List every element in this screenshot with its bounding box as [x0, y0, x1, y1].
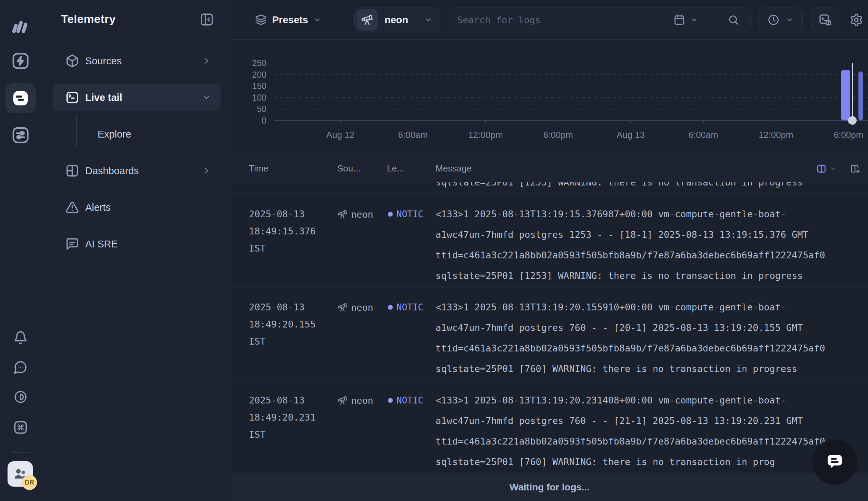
log-row[interactable]: 2025-08-1318:49:15.376IST neon NOTIC <13…: [231, 193, 868, 286]
pipelines-sliders-icon[interactable]: [11, 126, 30, 145]
notifications-bell-icon[interactable]: [13, 331, 28, 345]
log-row[interactable]: 2025-08-1318:49:20.155IST neon NOTIC <13…: [231, 286, 868, 380]
cube-icon: [65, 54, 79, 68]
log-search-bar: [448, 8, 751, 32]
svg-text:6:00pm: 6:00pm: [543, 130, 573, 140]
sidebar-item-label: Dashboards: [85, 165, 202, 177]
log-time: 2025-08-1318:49:20.155IST: [249, 299, 335, 350]
alert-triangle-icon: [65, 201, 79, 214]
log-table-header: Time Sou... Le... Message: [231, 154, 868, 182]
sidebar-item-label: AI SRE: [85, 238, 211, 250]
chevron-down-icon: [691, 16, 698, 24]
svg-text:50: 50: [257, 104, 266, 114]
column-header-message[interactable]: Message: [435, 154, 472, 183]
sidebar-item-label: Live tail: [85, 92, 202, 103]
svg-text:6:00am: 6:00am: [398, 130, 428, 140]
icon-rail: DR: [0, 0, 41, 501]
chevron-down-icon: [786, 16, 793, 24]
quick-actions-zap-icon[interactable]: [11, 51, 30, 71]
date-range-picker[interactable]: [655, 8, 716, 32]
log-level-label: NOTIC: [396, 395, 423, 406]
column-layout-dropdown[interactable]: [816, 163, 836, 174]
live-tail-terminal-button[interactable]: [811, 8, 839, 32]
theme-contrast-icon[interactable]: [13, 390, 28, 404]
logs-volume-chart-wrap: 050100150200250Aug 126:00am12:00pm6:00pm…: [231, 40, 868, 154]
sidebar-item-sources[interactable]: Sources: [53, 47, 221, 75]
svg-text:Aug 13: Aug 13: [617, 130, 645, 140]
chat-launcher-button[interactable]: [812, 439, 857, 484]
sidebar-item-alerts[interactable]: Alerts: [53, 194, 221, 221]
sidebar-item-explore[interactable]: Explore: [53, 120, 221, 148]
svg-text:6:00pm: 6:00pm: [834, 130, 864, 140]
log-message: sqlstate=25P01 [1253] WARNING: there is …: [435, 182, 803, 192]
message-lines-icon: [65, 237, 79, 251]
telescope-icon: [337, 395, 348, 406]
feedback-chat-icon[interactable]: [13, 360, 28, 374]
telescope-icon: [337, 209, 348, 219]
dashboard-grid-icon: [65, 164, 79, 178]
log-message: <133>1 2025-08-13T13:19:20.231408+00:00 …: [435, 390, 868, 472]
log-level-label: NOTIC: [396, 302, 423, 312]
layers-icon: [255, 14, 267, 26]
svg-text:150: 150: [252, 81, 266, 91]
shortcuts-command-icon[interactable]: [13, 420, 28, 435]
time-range-dropdown[interactable]: [758, 8, 803, 32]
user-avatar[interactable]: DR: [8, 461, 33, 487]
sidebar-collapse-icon[interactable]: [200, 12, 214, 27]
presets-dropdown[interactable]: Presets: [255, 0, 321, 40]
table-tools: [816, 154, 860, 183]
source-filter-dropdown[interactable]: neon: [354, 8, 439, 32]
svg-text:Aug 12: Aug 12: [326, 130, 354, 140]
search-submit[interactable]: [716, 8, 750, 32]
level-dot-icon: [388, 398, 393, 403]
log-message: <133>1 2025-08-13T13:19:15.376987+00:00 …: [435, 204, 868, 286]
source-filter-value: neon: [384, 14, 417, 26]
sidebar-item-label: Sources: [85, 55, 202, 67]
waiting-for-logs-status: Waiting for logs...: [509, 482, 590, 493]
level-dot-icon: [388, 305, 393, 310]
log-source: neon: [337, 297, 373, 318]
chevron-down-icon: [314, 16, 321, 24]
settings-gear-icon[interactable]: [849, 13, 863, 27]
log-row-partial[interactable]: sqlstate=25P01 [1253] WARNING: there is …: [231, 182, 868, 193]
search-input[interactable]: [449, 8, 655, 32]
svg-text:250: 250: [252, 58, 266, 68]
chevron-down-icon: [424, 16, 433, 24]
log-row[interactable]: 2025-08-1318:49:20.231IST neon NOTIC <13…: [231, 380, 868, 472]
log-source: neon: [337, 390, 373, 411]
log-level: NOTIC: [388, 204, 423, 224]
sidebar-item-ai-sre[interactable]: AI SRE: [53, 230, 221, 258]
log-time: 2025-08-1318:49:15.376IST: [249, 206, 335, 257]
svg-text:0: 0: [262, 116, 266, 125]
add-column-icon: [849, 163, 860, 174]
status-bar: Waiting for logs...: [231, 473, 868, 501]
log-rows: sqlstate=25P01 [1253] WARNING: there is …: [231, 182, 868, 473]
sidebar-item-dashboards[interactable]: Dashboards: [53, 157, 221, 184]
svg-text:200: 200: [252, 70, 266, 79]
sidebar-item-label: Alerts: [85, 202, 211, 213]
sidebar-item-label: Explore: [98, 129, 131, 140]
log-level: NOTIC: [388, 390, 423, 411]
chat-bubble-icon: [824, 451, 845, 472]
sidebar-item-live-tail[interactable]: Live tail: [53, 84, 221, 111]
log-time: 2025-08-1318:49:20.231IST: [249, 392, 335, 443]
middleware-logo[interactable]: [11, 18, 30, 35]
add-column-button[interactable]: [849, 163, 860, 174]
logs-volume-chart[interactable]: 050100150200250Aug 126:00am12:00pm6:00pm…: [231, 40, 868, 154]
svg-text:12:00pm: 12:00pm: [759, 130, 793, 140]
telescope-icon: [337, 302, 348, 312]
column-header-level[interactable]: Le...: [387, 154, 404, 183]
sidebar: Telemetry Sources Live tail Explore: [41, 0, 231, 501]
log-message: <133>1 2025-08-13T13:19:20.155910+00:00 …: [435, 297, 868, 379]
calendar-icon: [674, 14, 685, 26]
log-source-name: neon: [351, 395, 373, 406]
logs-icon[interactable]: [11, 89, 30, 108]
chevron-down-icon: [830, 165, 836, 172]
chevron-right-icon: [202, 56, 211, 65]
column-header-source[interactable]: Sou...: [337, 154, 361, 183]
telescope-icon: [357, 9, 378, 31]
level-dot-icon: [388, 212, 393, 217]
svg-text:12:00pm: 12:00pm: [468, 130, 502, 140]
page-title: Telemetry: [61, 12, 116, 26]
column-header-time[interactable]: Time: [249, 154, 268, 183]
